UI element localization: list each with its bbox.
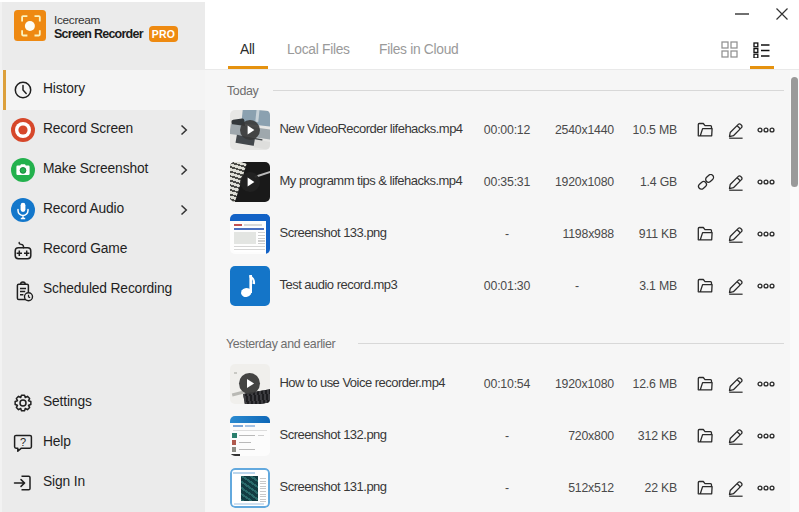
svg-text:?: ? bbox=[19, 436, 25, 448]
